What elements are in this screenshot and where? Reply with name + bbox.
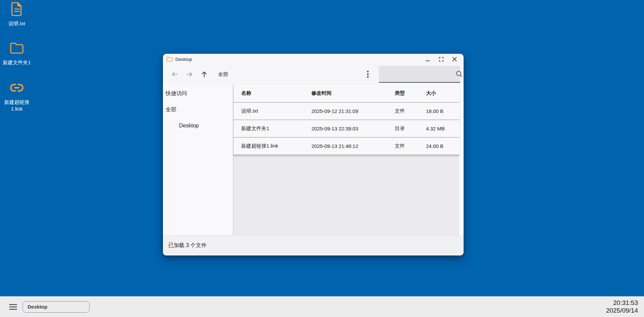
table-row[interactable]: 新建文件夹1 2025-09-13 22:39:03 目录 4.32 MB <box>233 120 460 137</box>
desktop: 说明.txt 新建文件夹1 新建超链接 1.link <box>0 0 644 317</box>
maximize-button[interactable] <box>436 55 446 63</box>
taskbar-clock: 20:31:53 2025/09/14 <box>606 299 638 314</box>
menu-icon[interactable] <box>8 302 18 312</box>
sidebar: 快捷访问 全部 Desktop <box>163 84 233 235</box>
column-header-name[interactable]: 名称 <box>233 90 311 96</box>
search-input[interactable] <box>379 66 453 82</box>
taskbar-app-desktop[interactable]: Desktop <box>23 301 90 313</box>
cell-modified: 2025-09-13 21:48:12 <box>311 143 395 149</box>
desktop-icon-label: 新建文件夹1 <box>3 59 31 66</box>
text-file-icon <box>11 1 23 17</box>
toolbar: 全部 <box>163 65 464 84</box>
clock-time: 20:31:53 <box>606 299 638 307</box>
sidebar-item-desktop[interactable]: Desktop <box>163 118 233 134</box>
table-row[interactable]: 新建超链接1.link 2025-09-13 21:48:12 文件 24.00… <box>233 137 460 155</box>
window-folder-icon <box>166 56 173 62</box>
scrollbar-gutter[interactable] <box>460 84 464 235</box>
cell-modified: 2025-09-13 22:39:03 <box>311 126 395 131</box>
file-list-area: 名称 修改时间 类型 大小 说明.txt 2025-09-12 21:31:09… <box>233 84 464 235</box>
taskbar: Desktop 20:31:53 2025/09/14 <box>0 296 644 317</box>
desktop-icon-link[interactable]: 新建超链接 1.link <box>0 79 34 112</box>
cell-size: 4.32 MB <box>426 126 460 131</box>
desktop-icon-folder[interactable]: 新建文件夹1 <box>0 40 34 66</box>
cell-size: 24.00 B <box>426 143 460 149</box>
window-title: Desktop <box>175 57 192 62</box>
cell-type: 目录 <box>395 125 426 132</box>
column-header-size[interactable]: 大小 <box>426 90 460 96</box>
link-icon <box>10 79 24 96</box>
column-header-type[interactable]: 类型 <box>395 90 426 96</box>
more-options-button[interactable] <box>363 69 373 79</box>
table-row[interactable]: 说明.txt 2025-09-12 21:31:09 文件 18.00 B <box>233 103 460 120</box>
desktop-icon-label: 新建超链接 1.link <box>4 99 30 112</box>
sidebar-item-all[interactable]: 全部 <box>163 102 233 118</box>
close-button[interactable] <box>449 55 460 63</box>
statusbar: 已加载 3 个文件 <box>163 235 464 255</box>
search-field <box>379 66 460 83</box>
back-button[interactable] <box>170 70 179 79</box>
cell-size: 18.00 B <box>426 108 460 114</box>
breadcrumb[interactable]: 全部 <box>218 71 228 78</box>
cell-name: 说明.txt <box>233 108 311 114</box>
desktop-icon-txt[interactable]: 说明.txt <box>0 1 34 27</box>
sidebar-header-quick-access: 快捷访问 <box>163 85 233 102</box>
minimize-button[interactable] <box>423 55 433 63</box>
file-manager-window: Desktop <box>163 54 464 255</box>
cell-type: 文件 <box>395 143 426 149</box>
status-text: 已加载 3 个文件 <box>168 242 207 249</box>
search-icon[interactable] <box>453 70 464 78</box>
cell-name: 新建超链接1.link <box>233 143 311 149</box>
column-header-modified[interactable]: 修改时间 <box>311 90 395 96</box>
cell-name: 新建文件夹1 <box>233 125 311 132</box>
file-table: 名称 修改时间 类型 大小 说明.txt 2025-09-12 21:31:09… <box>233 84 460 155</box>
up-button[interactable] <box>200 70 209 79</box>
titlebar[interactable]: Desktop <box>163 54 464 65</box>
clock-date: 2025/09/14 <box>606 307 638 314</box>
folder-icon <box>10 40 24 56</box>
desktop-icon-label: 说明.txt <box>8 20 25 27</box>
cell-modified: 2025-09-12 21:31:09 <box>311 108 395 114</box>
table-header-row: 名称 修改时间 类型 大小 <box>233 84 460 103</box>
forward-button[interactable] <box>185 70 194 79</box>
cell-type: 文件 <box>395 108 426 114</box>
